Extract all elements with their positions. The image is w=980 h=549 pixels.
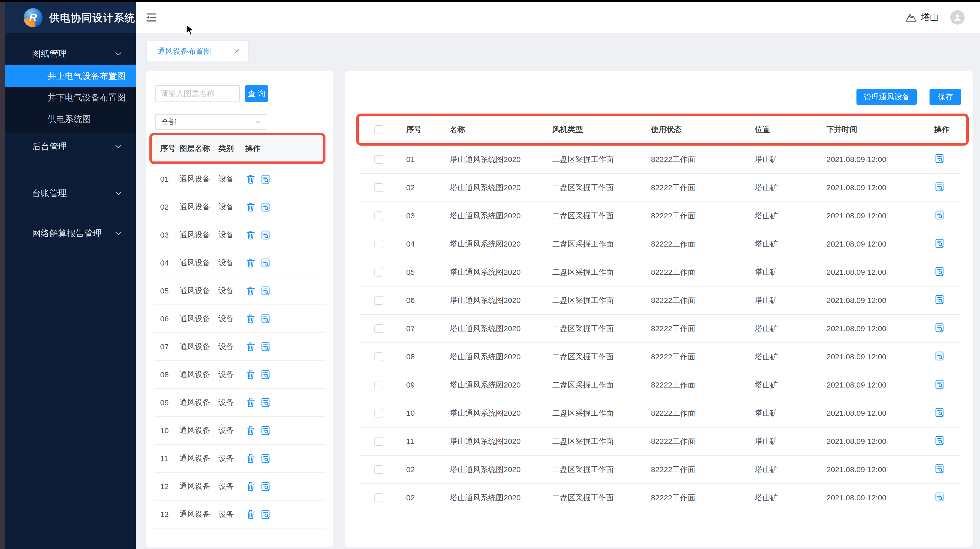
layer-table-row: 07 通风设备 设备 (154, 333, 326, 361)
sidebar-item-ledger-management[interactable]: 台账管理 (5, 183, 136, 204)
view-document-icon[interactable] (260, 453, 271, 464)
view-document-icon[interactable] (934, 351, 945, 361)
menu-label: 后台管理 (32, 141, 67, 153)
view-document-icon[interactable] (260, 174, 271, 185)
cell-seq: 12 (154, 482, 173, 491)
view-document-icon[interactable] (934, 266, 945, 277)
row-checkbox[interactable] (374, 296, 383, 305)
view-document-icon[interactable] (934, 435, 945, 446)
delete-icon[interactable] (245, 481, 256, 492)
row-checkbox[interactable] (374, 380, 383, 389)
view-document-icon[interactable] (260, 258, 271, 268)
row-checkbox[interactable] (374, 183, 383, 192)
cell-layer-name: 通风设备 (173, 174, 212, 184)
row-checkbox[interactable] (374, 465, 383, 474)
view-document-icon[interactable] (260, 341, 271, 352)
delete-icon[interactable] (245, 230, 256, 240)
cell-status: 82222工作面 (643, 323, 747, 334)
row-checkbox[interactable] (374, 352, 383, 361)
manage-ventilation-button[interactable]: 管理通风设备 (856, 89, 917, 105)
select-all-checkbox[interactable] (374, 125, 383, 134)
view-document-icon[interactable] (260, 313, 271, 324)
cell-category: 设备 (212, 509, 239, 520)
cell-status: 82222工作面 (643, 267, 747, 278)
view-document-icon[interactable] (934, 463, 945, 474)
column-header-status: 使用状态 (643, 124, 747, 135)
category-select[interactable]: 全部 (155, 114, 267, 130)
view-document-icon[interactable] (934, 181, 945, 192)
delete-icon[interactable] (245, 258, 256, 268)
delete-icon[interactable] (245, 285, 256, 296)
delete-icon[interactable] (245, 453, 256, 464)
delete-icon[interactable] (245, 202, 256, 212)
select-value: 全部 (161, 117, 177, 127)
view-document-icon[interactable] (934, 238, 945, 248)
cell-fan-type: 二盘区采掘工作面 (544, 380, 643, 390)
cell-seq: 05 (154, 286, 173, 295)
save-button[interactable]: 保存 (929, 89, 961, 105)
view-document-icon[interactable] (934, 379, 945, 390)
view-document-icon[interactable] (934, 407, 945, 418)
row-checkbox[interactable] (374, 240, 383, 248)
view-document-icon[interactable] (260, 202, 271, 212)
view-document-icon[interactable] (934, 322, 945, 333)
cell-time: 2021.08.09 12:00 (819, 268, 926, 277)
search-button[interactable]: 查 询 (245, 85, 268, 102)
sidebar-item-network-report-management[interactable]: 网络解算报告管理 (5, 223, 136, 244)
cell-seq: 06 (399, 296, 442, 305)
cell-status: 82222工作面 (643, 352, 747, 362)
layer-search-input[interactable] (155, 85, 240, 102)
cell-name: 塔山通风系统图2020 (442, 267, 544, 278)
delete-icon[interactable] (245, 425, 256, 436)
sidebar-item-backstage-management[interactable]: 后台管理 (5, 136, 136, 158)
cell-location: 塔山矿 (747, 408, 819, 419)
cell-location: 塔山矿 (747, 323, 819, 334)
row-checkbox[interactable] (374, 409, 383, 417)
cell-seq: 08 (399, 352, 442, 361)
cell-name: 塔山通风系统图2020 (442, 380, 544, 390)
view-document-icon[interactable] (260, 481, 271, 492)
row-checkbox[interactable] (374, 212, 383, 220)
view-document-icon[interactable] (260, 425, 271, 436)
cell-time: 2021.08.09 12:00 (819, 240, 926, 248)
view-document-icon[interactable] (260, 369, 271, 380)
sidebar-item-underground-electrical-layout[interactable]: 井下电气设备布置图 (5, 87, 136, 108)
view-document-icon[interactable] (934, 153, 945, 164)
view-document-icon[interactable] (260, 285, 271, 296)
layer-table-body: 01 通风设备 设备 02 通风设备 设备 (154, 165, 326, 528)
sidebar-item-surface-electrical-layout[interactable]: 井上电气设备布置图 (5, 65, 136, 87)
cell-status: 82222工作面 (643, 295, 747, 306)
view-document-icon[interactable] (260, 509, 271, 520)
row-checkbox[interactable] (374, 493, 383, 502)
view-document-icon[interactable] (934, 294, 945, 305)
delete-icon[interactable] (245, 313, 256, 324)
view-document-icon[interactable] (260, 397, 271, 408)
delete-icon[interactable] (245, 174, 256, 185)
menu-fold-icon[interactable] (145, 11, 158, 24)
delete-icon[interactable] (245, 509, 256, 520)
close-icon[interactable] (233, 48, 240, 55)
cell-seq: 09 (399, 380, 442, 389)
row-checkbox[interactable] (374, 155, 383, 164)
equipment-table-row: 03 塔山通风系统图2020 二盘区采掘工作面 82222工作面 塔山矿 202… (359, 202, 960, 230)
sidebar-item-drawing-management[interactable]: 图纸管理 (5, 43, 136, 65)
layer-table-row: 01 通风设备 设备 (154, 165, 326, 193)
user-avatar[interactable] (950, 10, 965, 25)
tab-ventilation-layout[interactable]: 通风设备布置图 (146, 40, 248, 62)
cell-actions (926, 322, 960, 335)
delete-icon[interactable] (245, 369, 256, 380)
row-checkbox[interactable] (374, 324, 383, 333)
delete-icon[interactable] (245, 397, 256, 408)
site-name[interactable]: 塔山 (921, 11, 939, 23)
menu-label: 图纸管理 (32, 48, 67, 60)
view-document-icon[interactable] (260, 230, 271, 240)
delete-icon[interactable] (245, 341, 256, 352)
cell-seq: 02 (399, 493, 442, 502)
row-checkbox[interactable] (374, 437, 383, 446)
sidebar-item-power-system-diagram[interactable]: 供电系统图 (5, 108, 136, 130)
view-document-icon[interactable] (934, 492, 945, 502)
window-top-edge (0, 0, 980, 2)
cell-actions (239, 425, 326, 436)
view-document-icon[interactable] (934, 210, 945, 220)
row-checkbox[interactable] (374, 268, 383, 277)
